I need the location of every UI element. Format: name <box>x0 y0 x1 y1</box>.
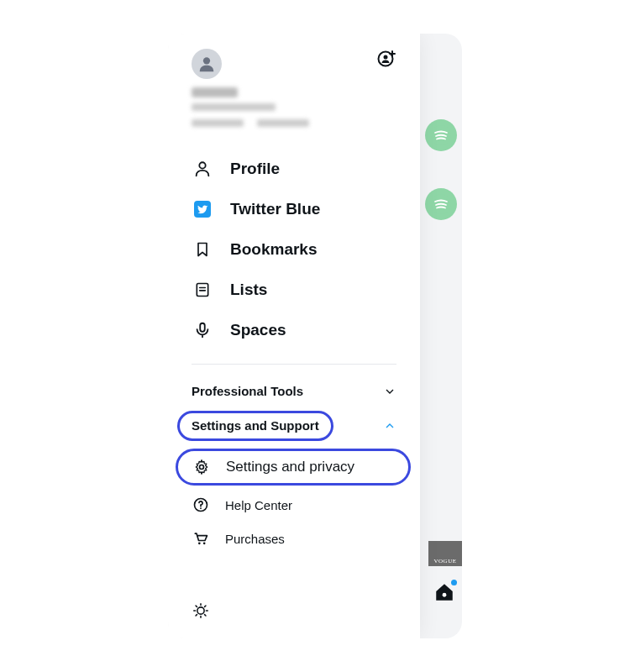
nav-label: Spaces <box>230 321 286 339</box>
spotify-icon <box>431 194 451 214</box>
spotify-avatar <box>425 188 457 220</box>
svg-point-3 <box>203 57 210 64</box>
section-label: Professional Tools <box>192 384 303 398</box>
add-account-button[interactable] <box>376 49 396 72</box>
user-stats-blurred <box>192 119 396 127</box>
person-icon <box>197 55 216 73</box>
svg-point-11 <box>200 507 202 509</box>
add-account-icon <box>376 49 396 69</box>
highlight-ring: Settings and Support <box>177 411 333 441</box>
bottom-home-button[interactable] <box>433 581 455 606</box>
section-professional-tools: Professional Tools <box>168 365 420 407</box>
svg-point-12 <box>198 543 201 545</box>
svg-point-5 <box>384 55 388 60</box>
submenu-label: Purchases <box>225 532 285 546</box>
section-label: Settings and Support <box>192 418 319 433</box>
drawer-header <box>168 34 420 87</box>
theme-toggle-button[interactable] <box>192 601 210 623</box>
nav-label: Bookmarks <box>230 240 318 259</box>
drawer-footer <box>168 593 420 638</box>
notification-dot-icon <box>451 580 457 585</box>
spotify-avatar <box>425 119 457 151</box>
nav-item-profile[interactable]: Profile <box>168 149 420 189</box>
phone-frame: VOGUE <box>168 34 462 638</box>
navigation-drawer: Profile Twitter Blue Bookmarks <box>168 34 420 638</box>
svg-rect-8 <box>200 323 205 332</box>
svg-point-2 <box>443 593 447 597</box>
svg-point-9 <box>200 465 204 470</box>
chevron-up-icon <box>383 419 396 433</box>
nav-item-spaces[interactable]: Spaces <box>168 310 420 350</box>
nav-label: Twitter Blue <box>230 200 320 218</box>
svg-point-6 <box>199 162 205 168</box>
user-avatar[interactable] <box>192 49 222 79</box>
submenu-item-purchases[interactable]: Purchases <box>168 522 420 555</box>
cart-icon <box>192 530 209 547</box>
gear-icon <box>193 459 210 475</box>
profile-icon <box>193 160 212 178</box>
sun-icon <box>192 601 210 620</box>
lists-icon <box>194 281 211 299</box>
background-feed-strip: VOGUE <box>420 34 462 638</box>
submenu-label: Help Center <box>225 498 292 512</box>
twitter-blue-icon <box>194 201 211 218</box>
user-name-blurred <box>192 87 238 97</box>
bookmark-icon <box>194 240 211 259</box>
chevron-down-icon <box>383 385 396 398</box>
nav-item-twitter-blue[interactable]: Twitter Blue <box>168 189 420 229</box>
user-info <box>168 87 420 137</box>
nav-label: Profile <box>230 160 280 178</box>
nav-label: Lists <box>230 281 267 299</box>
section-settings-support: Settings and Support <box>168 407 420 443</box>
spaces-icon <box>193 321 212 339</box>
settings-support-submenu: Settings and privacy Help Center <box>168 443 420 555</box>
primary-nav: Profile Twitter Blue Bookmarks <box>168 137 420 355</box>
nav-item-bookmarks[interactable]: Bookmarks <box>168 229 420 270</box>
submenu-item-settings-privacy[interactable]: Settings and privacy <box>176 449 411 486</box>
submenu-item-help-center[interactable]: Help Center <box>168 488 420 522</box>
svg-point-14 <box>197 607 204 614</box>
section-header-professional-tools[interactable]: Professional Tools <box>192 375 396 407</box>
svg-point-13 <box>203 543 206 545</box>
vogue-avatar: VOGUE <box>428 541 462 566</box>
nav-item-lists[interactable]: Lists <box>168 270 420 310</box>
spotify-icon <box>431 125 451 145</box>
help-icon <box>192 496 209 513</box>
section-header-settings-support[interactable]: Settings and Support <box>192 409 396 443</box>
submenu-label: Settings and privacy <box>226 459 354 475</box>
user-handle-blurred <box>192 103 276 111</box>
